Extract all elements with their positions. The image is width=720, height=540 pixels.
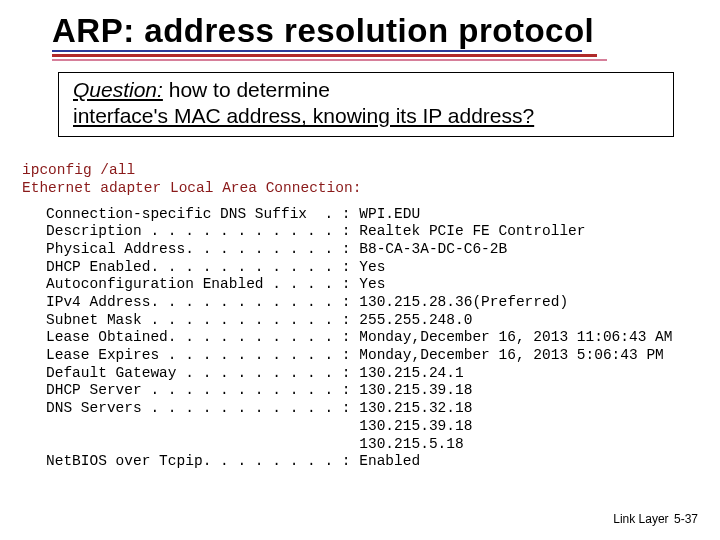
question-text-2: interface's MAC address, knowing its IP … xyxy=(73,104,534,127)
rule-red xyxy=(52,54,597,57)
terminal-output: ipconfig /all Ethernet adapter Local Are… xyxy=(22,145,702,507)
row-label: Subnet Mask . . . . . . . . . . . xyxy=(46,312,333,328)
slide-title: ARP: address resolution protocol xyxy=(52,12,702,50)
row-value: Monday,December 16, 2013 5:06:43 PM xyxy=(359,347,664,363)
row-value: Yes xyxy=(359,259,385,275)
dns-extra: 130.215.39.18 xyxy=(359,418,472,434)
row-value: B8-CA-3A-DC-C6-2B xyxy=(359,241,507,257)
question-text-1: how to determine xyxy=(163,78,330,101)
row-value: Yes xyxy=(359,276,385,292)
row-label: IPv4 Address. . . . . . . . . . . xyxy=(46,294,333,310)
question-label: Question: xyxy=(73,78,163,101)
row-value: 130.215.39.18 xyxy=(359,382,472,398)
row-label: NetBIOS over Tcpip. . . . . . . . xyxy=(46,453,333,469)
row-label: Default Gateway . . . . . . . . . xyxy=(46,365,333,381)
row-label: Lease Expires . . . . . . . . . . xyxy=(46,347,333,363)
footer-section: Link Layer xyxy=(613,512,668,526)
dns-extra: 130.215.5.18 xyxy=(359,436,463,452)
title-underline xyxy=(52,50,702,64)
row-value: WPI.EDU xyxy=(359,206,420,222)
row-label: DHCP Server . . . . . . . . . . . xyxy=(46,382,333,398)
adapter-header: Ethernet adapter Local Area Connection: xyxy=(22,180,361,196)
row-label: Lease Obtained. . . . . . . . . . xyxy=(46,329,333,345)
slide: ARP: address resolution protocol Questio… xyxy=(0,0,720,540)
row-label: Physical Address. . . . . . . . . xyxy=(46,241,333,257)
row-value: 130.215.32.18 xyxy=(359,400,472,416)
row-value: 130.215.28.36(Preferred) xyxy=(359,294,568,310)
question-box: Question: how to determine interface's M… xyxy=(58,72,674,137)
rule-blue xyxy=(52,50,582,52)
ipconfig-command: ipconfig /all xyxy=(22,162,135,178)
row-label: Description . . . . . . . . . . . xyxy=(46,223,333,239)
row-label: Connection-specific DNS Suffix . xyxy=(46,206,333,222)
rule-pink xyxy=(52,59,607,61)
row-value: Monday,December 16, 2013 11:06:43 AM xyxy=(359,329,672,345)
row-value: 130.215.24.1 xyxy=(359,365,463,381)
row-label: Autoconfiguration Enabled . . . . xyxy=(46,276,333,292)
row-label: DNS Servers . . . . . . . . . . . xyxy=(46,400,333,416)
terminal-body: Connection-specific DNS Suffix . : WPI.E… xyxy=(46,206,702,471)
slide-footer: Link Layer 5-37 xyxy=(613,512,698,526)
row-value: Enabled xyxy=(359,453,420,469)
row-value: 255.255.248.0 xyxy=(359,312,472,328)
row-value: Realtek PCIe FE Controller xyxy=(359,223,585,239)
footer-page: 5-37 xyxy=(674,512,698,526)
row-label: DHCP Enabled. . . . . . . . . . . xyxy=(46,259,333,275)
